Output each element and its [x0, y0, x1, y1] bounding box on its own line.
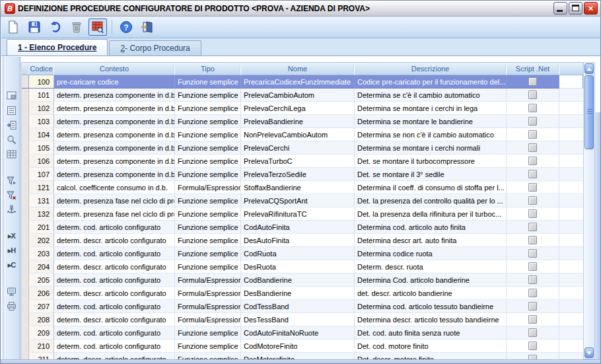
cell-contesto[interactable]: determ. descr. articolo configurato — [54, 353, 175, 359]
table-row[interactable]: 105determ. presenza componente in d.b.Fu… — [22, 141, 583, 155]
cell-descrizione[interactable]: Det. cod. motore finito — [355, 340, 507, 353]
row-indicator[interactable] — [22, 247, 29, 260]
detail-view-button[interactable] — [5, 90, 18, 102]
header-script-net[interactable]: Script .Net — [507, 63, 559, 75]
cell-nome[interactable]: PrelevaTerzoSedile — [241, 168, 355, 181]
cell-nome[interactable]: StoffaxBandierine — [241, 181, 355, 194]
undo-button[interactable] — [46, 18, 65, 36]
table-row[interactable]: 132determ. presenza fase nel ciclo di pr… — [22, 207, 583, 221]
cell-nome[interactable]: PrecaricaCodicexFunzImmediate — [241, 75, 355, 89]
cell-nome[interactable]: DesTessBand — [241, 313, 355, 326]
cell-nome[interactable]: CodAutoFinita — [241, 221, 355, 234]
cell-tipo[interactable]: Funzione semplice — [175, 247, 241, 260]
script-net-checkbox[interactable] — [528, 328, 537, 337]
cell-nome[interactable]: DesRuota — [241, 260, 355, 273]
cell-contesto[interactable]: determ. descr. articolo configurato — [54, 287, 175, 300]
header-nome[interactable]: Nome — [241, 63, 355, 75]
cell-descrizione[interactable]: Determina se non c'è il cambio automatic… — [355, 128, 507, 141]
script-net-checkbox[interactable] — [528, 223, 537, 231]
cell-tipo[interactable]: Funzione semplice — [175, 207, 241, 221]
cell-codice[interactable]: 204 — [29, 260, 54, 273]
print-button[interactable] — [5, 300, 18, 312]
cell-descrizione[interactable]: Determina codice ruota — [355, 247, 507, 260]
script-net-checkbox[interactable] — [528, 157, 537, 165]
cell-tipo[interactable]: Funzione semplice — [175, 115, 241, 128]
table-row[interactable]: 103determ. presenza componente in d.b.Fu… — [22, 115, 583, 128]
cell-contesto[interactable]: determ. presenza componente in d.b. — [54, 155, 175, 168]
row-indicator[interactable] — [22, 168, 29, 181]
cell-tipo[interactable]: Funzione semplice — [175, 194, 241, 207]
tab-corpo-procedura[interactable]: 2 - Corpo Procedura — [109, 40, 201, 55]
cell-contesto[interactable]: determ. presenza componente in d.b. — [54, 141, 175, 155]
script-net-checkbox[interactable] — [528, 209, 537, 218]
script-net-checkbox[interactable] — [528, 289, 537, 297]
script-net-checkbox[interactable] — [528, 355, 537, 359]
cell-codice[interactable]: 205 — [29, 273, 54, 287]
cell-codice[interactable]: 104 — [29, 128, 54, 141]
cell-descrizione[interactable]: Det. la presenza del controllo qualità p… — [355, 194, 507, 207]
cell-contesto[interactable]: determ. presenza componente in d.b. — [54, 115, 175, 128]
row-indicator[interactable] — [22, 102, 29, 115]
cell-descrizione[interactable]: Determina cod. articolo auto finita — [355, 221, 507, 234]
row-indicator[interactable] — [22, 115, 29, 128]
script-net-checkbox[interactable] — [528, 143, 537, 152]
list-view-button[interactable] — [5, 104, 18, 117]
cell-contesto[interactable]: determ. cod. articolo configurato — [54, 300, 175, 313]
cell-descrizione[interactable]: Determ. descr. ruota — [355, 260, 507, 273]
script-net-checkbox[interactable] — [528, 262, 537, 271]
row-indicator[interactable] — [22, 75, 29, 89]
table-row[interactable]: 211determ. descr. articolo configuratoFu… — [22, 353, 583, 359]
cell-descrizione[interactable]: Determina se montare i cerchi in lega — [355, 102, 507, 115]
cell-tipo[interactable]: Formula/Espressione — [175, 181, 241, 194]
cell-nome[interactable]: DesAutoFinita — [241, 234, 355, 247]
cell-nome[interactable]: CodRuota — [241, 247, 355, 260]
vertical-scrollbar[interactable] — [583, 62, 595, 359]
table-row[interactable]: 205determ. cod. articolo configuratoForm… — [22, 273, 583, 287]
table-row[interactable]: 106determ. presenza componente in d.b.Fu… — [22, 155, 583, 168]
cell-tipo[interactable]: Funzione semplice — [175, 128, 241, 141]
cell-codice[interactable]: 132 — [29, 207, 54, 221]
row-indicator[interactable] — [22, 313, 29, 326]
cell-tipo[interactable]: Formula/Espressione — [175, 287, 241, 300]
cell-contesto[interactable]: determ. descr. articolo configurato — [54, 234, 175, 247]
row-indicator[interactable] — [22, 155, 29, 168]
cell-descrizione[interactable]: Det. se montare il turbocompressore — [355, 155, 507, 168]
scroll-up-button[interactable] — [584, 63, 594, 74]
script-net-checkbox[interactable] — [528, 91, 537, 99]
script-net-checkbox[interactable] — [528, 302, 537, 310]
cell-descrizione[interactable]: Det. descr. motore finito — [355, 353, 507, 359]
cell-descrizione[interactable]: Codice pre-caricato per il funzionamento… — [355, 75, 507, 89]
cell-codice[interactable]: 106 — [29, 155, 54, 168]
cell-codice[interactable]: 211 — [29, 353, 54, 359]
script-net-checkbox[interactable] — [528, 275, 537, 284]
cell-contesto[interactable]: determ. presenza componente in d.b. — [54, 168, 175, 181]
script-net-checkbox[interactable] — [528, 342, 537, 350]
cell-descrizione[interactable]: Det. cod. auto finita senza ruote — [355, 326, 507, 340]
cell-nome[interactable]: PrelevaCerchi — [241, 141, 355, 155]
cell-descrizione[interactable]: det. descr. articolo bandierine — [355, 287, 507, 300]
scroll-down-button[interactable] — [584, 347, 594, 358]
cell-tipo[interactable]: Funzione semplice — [175, 326, 241, 340]
cell-contesto[interactable]: determ. descr. articolo configurato — [54, 260, 175, 273]
cell-contesto[interactable]: determ. presenza componente in d.b. — [54, 128, 175, 141]
table-row[interactable]: 202determ. descr. articolo configuratoFu… — [22, 234, 583, 247]
export-h-button[interactable]: ▸H — [5, 244, 18, 257]
export-x-button[interactable]: ▸X — [5, 230, 18, 242]
cell-nome[interactable]: CodBandierine — [241, 273, 355, 287]
script-net-checkbox[interactable] — [528, 130, 537, 139]
table-row[interactable]: 210determ. cod. articolo configuratoFunz… — [22, 340, 583, 353]
anchor-button[interactable] — [5, 203, 18, 216]
script-net-checkbox[interactable] — [528, 315, 537, 324]
scrollbar-thumb[interactable] — [584, 75, 594, 149]
cell-nome[interactable]: NonPrelevaCambioAutom — [241, 128, 355, 141]
cell-contesto[interactable]: determ. cod. articolo configurato — [54, 326, 175, 340]
cell-codice[interactable]: 203 — [29, 247, 54, 260]
cell-codice[interactable]: 202 — [29, 234, 54, 247]
cell-nome[interactable]: CodAutoFinitaNoRuote — [241, 326, 355, 340]
cell-contesto[interactable]: determ. presenza componente in d.b. — [54, 102, 175, 115]
table-row[interactable]: 208determ. descr. articolo configuratoFo… — [22, 313, 583, 326]
script-net-checkbox[interactable] — [528, 104, 537, 112]
cell-contesto[interactable]: determ. presenza componente in d.b. — [54, 89, 175, 102]
table-row[interactable]: 201determ. cod. articolo configuratoFunz… — [22, 221, 583, 234]
exit-button[interactable] — [138, 18, 157, 36]
